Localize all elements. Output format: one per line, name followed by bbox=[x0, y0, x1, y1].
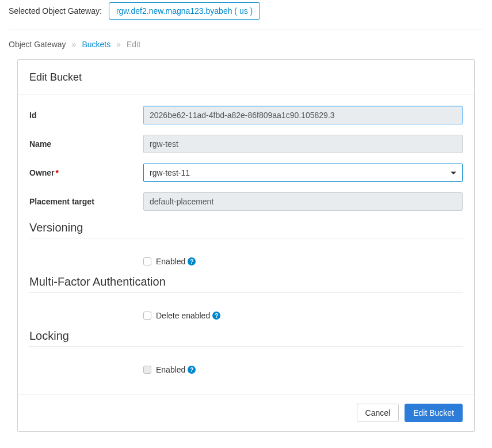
help-icon[interactable]: ? bbox=[188, 366, 196, 374]
field-name: Name bbox=[29, 135, 463, 153]
field-id: Id bbox=[29, 106, 463, 124]
owner-label: Owner* bbox=[29, 168, 143, 177]
field-owner: Owner* rgw-test-11 bbox=[29, 164, 463, 182]
mfa-delete-enabled-checkbox[interactable] bbox=[143, 312, 151, 320]
versioning-section-title: Versioning bbox=[29, 221, 463, 234]
selected-gateway-label: Selected Object Gateway: bbox=[9, 6, 102, 16]
owner-select-value: rgw-test-11 bbox=[150, 168, 190, 177]
chevron-right-icon: » bbox=[116, 40, 121, 49]
mfa-section-title: Multi-Factor Authentication bbox=[29, 275, 463, 288]
help-icon[interactable]: ? bbox=[212, 312, 220, 320]
id-input bbox=[143, 106, 463, 124]
section-divider bbox=[29, 346, 463, 347]
selected-gateway-value: rgw.def2.new.magna123.byabeh ( us ) bbox=[116, 6, 253, 16]
caret-down-icon bbox=[451, 172, 456, 174]
name-label: Name bbox=[29, 139, 143, 149]
versioning-enabled-label: Enabled bbox=[156, 257, 185, 266]
edit-bucket-button[interactable]: Edit Bucket bbox=[405, 404, 463, 422]
chevron-right-icon: » bbox=[72, 40, 77, 49]
name-input bbox=[143, 135, 463, 153]
id-label: Id bbox=[29, 111, 143, 120]
field-placement-target: Placement target bbox=[29, 192, 463, 211]
locking-enabled-row: Enabled ? bbox=[143, 365, 463, 374]
locking-enabled-label: Enabled bbox=[156, 365, 185, 374]
breadcrumb-buckets[interactable]: Buckets bbox=[82, 40, 110, 49]
mfa-delete-enabled-row: Delete enabled ? bbox=[143, 311, 463, 320]
owner-select[interactable]: rgw-test-11 bbox=[143, 164, 463, 182]
help-icon[interactable]: ? bbox=[188, 257, 196, 265]
breadcrumb-root: Object Gateway bbox=[9, 40, 66, 49]
panel-body: Id Name Owner* rgw-test-11 bbox=[18, 94, 474, 394]
selected-gateway-bar: Selected Object Gateway: rgw.def2.new.ma… bbox=[9, 0, 483, 29]
versioning-enabled-checkbox[interactable] bbox=[143, 257, 151, 265]
breadcrumb-current: Edit bbox=[127, 40, 140, 49]
placement-label: Placement target bbox=[29, 197, 143, 206]
section-divider bbox=[29, 238, 463, 238]
selected-gateway-dropdown[interactable]: rgw.def2.new.magna123.byabeh ( us ) bbox=[109, 2, 260, 20]
mfa-delete-enabled-label: Delete enabled bbox=[156, 311, 210, 320]
locking-enabled-checkbox bbox=[143, 366, 151, 374]
versioning-enabled-row: Enabled ? bbox=[143, 257, 463, 266]
panel-footer: Cancel Edit Bucket bbox=[18, 394, 474, 431]
cancel-button[interactable]: Cancel bbox=[357, 404, 399, 422]
breadcrumb: Object Gateway » Buckets » Edit bbox=[9, 29, 483, 59]
locking-section-title: Locking bbox=[29, 329, 463, 343]
edit-bucket-panel: Edit Bucket Id Name Owner* rgw-test-11 bbox=[17, 59, 475, 432]
required-star-icon: * bbox=[56, 168, 59, 177]
panel-title: Edit Bucket bbox=[18, 60, 474, 94]
section-divider bbox=[29, 292, 463, 293]
placement-input bbox=[143, 192, 463, 211]
